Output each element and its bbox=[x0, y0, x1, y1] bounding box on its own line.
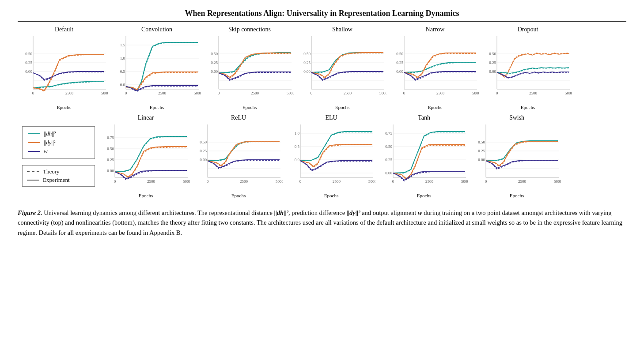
svg-text:0: 0 bbox=[485, 179, 487, 184]
bottom-charts-container: Linear 0.75 0.50 0.25 0.00 bbox=[99, 114, 626, 198]
svg-text:0.00: 0.00 bbox=[396, 69, 403, 74]
svg-text:5000: 5000 bbox=[194, 91, 201, 95]
chart-title-linear: Linear bbox=[138, 114, 154, 121]
svg-text:0.00: 0.00 bbox=[303, 69, 311, 74]
svg-text:2500: 2500 bbox=[425, 179, 434, 184]
chart-dropout: Dropout 0.50 0.25 0.00 0 2500 bbox=[481, 26, 574, 110]
main-content: Default 0.50 0.25 0.00 bbox=[18, 26, 626, 237]
svg-text:0.0: 0.0 bbox=[120, 83, 125, 87]
chart-title-tanh: Tanh bbox=[418, 114, 430, 121]
chart-default: Default 0.50 0.25 0.00 bbox=[18, 26, 110, 110]
svg-text:0: 0 bbox=[32, 91, 34, 95]
x-label-narrow: Epochs bbox=[428, 105, 442, 110]
svg-text:5000: 5000 bbox=[472, 91, 479, 95]
svg-text:2500: 2500 bbox=[65, 91, 74, 95]
x-label-swish: Epochs bbox=[510, 193, 524, 198]
svg-text:2500: 2500 bbox=[529, 91, 538, 95]
svg-text:0.5: 0.5 bbox=[295, 144, 300, 149]
svg-text:2500: 2500 bbox=[333, 179, 341, 184]
svg-text:0.50: 0.50 bbox=[396, 52, 403, 56]
svg-text:2500: 2500 bbox=[240, 179, 248, 184]
x-label-dropout: Epochs bbox=[521, 105, 535, 110]
svg-text:0: 0 bbox=[299, 179, 302, 184]
chart-linear: Linear 0.75 0.50 0.25 0.00 bbox=[99, 114, 192, 198]
svg-text:0.50: 0.50 bbox=[478, 140, 485, 144]
chart-title-relu: ReLU bbox=[231, 114, 246, 121]
x-label-relu: Epochs bbox=[231, 193, 246, 198]
x-label-elu: Epochs bbox=[324, 193, 338, 198]
svg-text:0.00: 0.00 bbox=[489, 69, 496, 74]
svg-text:0.50: 0.50 bbox=[489, 52, 496, 56]
x-label-tanh: Epochs bbox=[417, 193, 431, 198]
page-title: When Representations Align: Universality… bbox=[18, 9, 626, 22]
svg-text:0.00: 0.00 bbox=[200, 158, 207, 162]
chart-title-dropout: Dropout bbox=[518, 26, 538, 33]
svg-text:5000: 5000 bbox=[379, 91, 386, 95]
legend-dashed-line bbox=[27, 171, 39, 172]
svg-text:1.5: 1.5 bbox=[120, 43, 125, 47]
charts-area: Default 0.50 0.25 0.00 bbox=[18, 26, 626, 198]
chart-shallow: Shallow 0.50 0.25 0.00 0 2500 bbox=[296, 26, 389, 110]
svg-text:0: 0 bbox=[496, 91, 498, 95]
chart-title-convolution: Convolution bbox=[141, 26, 172, 33]
legend-item-w: w bbox=[28, 148, 89, 155]
svg-text:0.00: 0.00 bbox=[211, 69, 218, 74]
svg-text:0.25: 0.25 bbox=[200, 149, 207, 153]
svg-text:0.50: 0.50 bbox=[385, 144, 392, 149]
chart-title-default: Default bbox=[55, 26, 73, 33]
svg-text:2500: 2500 bbox=[251, 91, 259, 95]
svg-text:5000: 5000 bbox=[183, 179, 190, 184]
chart-convolution: Convolution 1.5 1.0 0.5 0.0 0 bbox=[110, 26, 203, 110]
svg-text:0.25: 0.25 bbox=[489, 60, 496, 65]
svg-text:0.00: 0.00 bbox=[385, 171, 392, 175]
chart-title-shallow: Shallow bbox=[332, 26, 352, 33]
svg-text:0.25: 0.25 bbox=[478, 149, 485, 153]
chart-relu: ReLU 0.50 0.25 0.00 0 bbox=[192, 114, 285, 198]
chart-swish: Swish 0.50 0.25 0.00 0 bbox=[470, 114, 563, 198]
chart-skip: Skip connections 0.50 0.25 0.00 0 2500 bbox=[203, 26, 296, 110]
svg-text:0.50: 0.50 bbox=[303, 52, 311, 56]
svg-text:0.50: 0.50 bbox=[211, 52, 218, 56]
x-label-skip: Epochs bbox=[242, 105, 257, 110]
legend-theory-label: Theory bbox=[43, 168, 60, 175]
chart-title-narrow: Narrow bbox=[426, 26, 445, 33]
legend-solid-line bbox=[27, 180, 39, 181]
x-label-default: Epochs bbox=[57, 105, 71, 110]
svg-text:2500: 2500 bbox=[436, 91, 445, 95]
top-row: Default 0.50 0.25 0.00 bbox=[18, 26, 626, 110]
svg-text:0: 0 bbox=[114, 179, 116, 184]
svg-text:0.25: 0.25 bbox=[396, 60, 403, 65]
x-label-shallow: Epochs bbox=[335, 105, 349, 110]
svg-text:0.00: 0.00 bbox=[107, 169, 114, 173]
svg-text:0: 0 bbox=[207, 179, 209, 184]
legend-style-theory: Theory bbox=[27, 168, 90, 175]
svg-text:2500: 2500 bbox=[147, 179, 155, 184]
legend-label-dy: ||dy||² bbox=[44, 139, 56, 146]
legend-label-dh: ||dh||² bbox=[44, 130, 56, 137]
legend-style-box: Theory Experiment bbox=[22, 165, 95, 187]
chart-narrow: Narrow 0.50 0.25 0.00 0 2500 5 bbox=[389, 26, 481, 110]
svg-text:5000: 5000 bbox=[461, 179, 468, 184]
svg-text:0: 0 bbox=[218, 91, 220, 95]
legend-style-experiment: Experiment bbox=[27, 177, 90, 184]
bottom-row: ||dh||² ||dy||² w Theory bbox=[18, 114, 626, 198]
x-label-convolution: Epochs bbox=[150, 105, 164, 110]
chart-title-skip: Skip connections bbox=[228, 26, 271, 33]
svg-text:0.25: 0.25 bbox=[385, 158, 392, 162]
svg-text:0: 0 bbox=[392, 179, 394, 184]
svg-text:2500: 2500 bbox=[518, 179, 527, 184]
svg-text:2500: 2500 bbox=[158, 91, 167, 95]
svg-text:0.50: 0.50 bbox=[107, 147, 114, 151]
svg-text:0: 0 bbox=[311, 91, 313, 95]
svg-text:0.0: 0.0 bbox=[295, 158, 300, 162]
legend-label-w: w bbox=[44, 148, 48, 155]
legend-experiment-label: Experiment bbox=[43, 177, 70, 184]
svg-text:5000: 5000 bbox=[554, 179, 561, 184]
legend-color-w bbox=[28, 151, 40, 152]
svg-text:0.25: 0.25 bbox=[211, 60, 218, 65]
svg-text:0.00: 0.00 bbox=[478, 158, 485, 162]
svg-text:5000: 5000 bbox=[287, 91, 294, 95]
legend-color-dh bbox=[28, 133, 40, 134]
legend-box: ||dh||² ||dy||² w Theory bbox=[18, 114, 99, 198]
legend-color-dy bbox=[28, 142, 40, 143]
